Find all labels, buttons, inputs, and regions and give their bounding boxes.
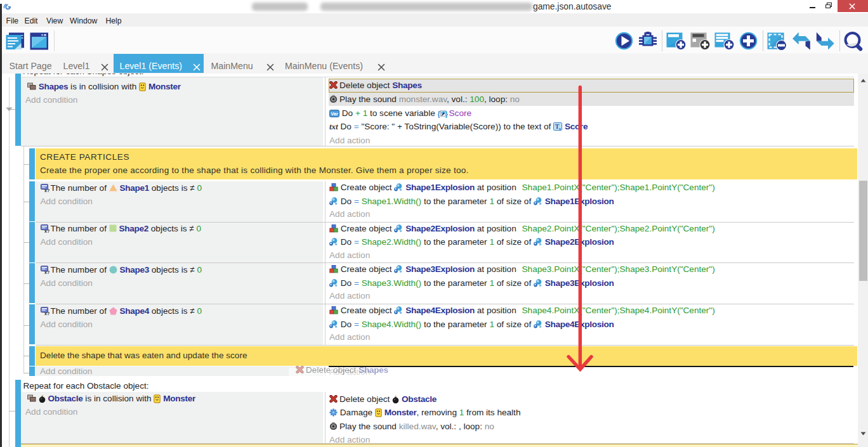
svg-text:x?: x? [44, 311, 49, 314]
svg-text:{: { [438, 109, 440, 118]
svg-text:Var: Var [331, 111, 338, 117]
svg-text:x?: x? [44, 229, 49, 233]
svg-text:x: x [559, 127, 561, 131]
svg-text:x?: x? [44, 270, 49, 274]
svg-text:x?: x? [44, 188, 49, 191]
